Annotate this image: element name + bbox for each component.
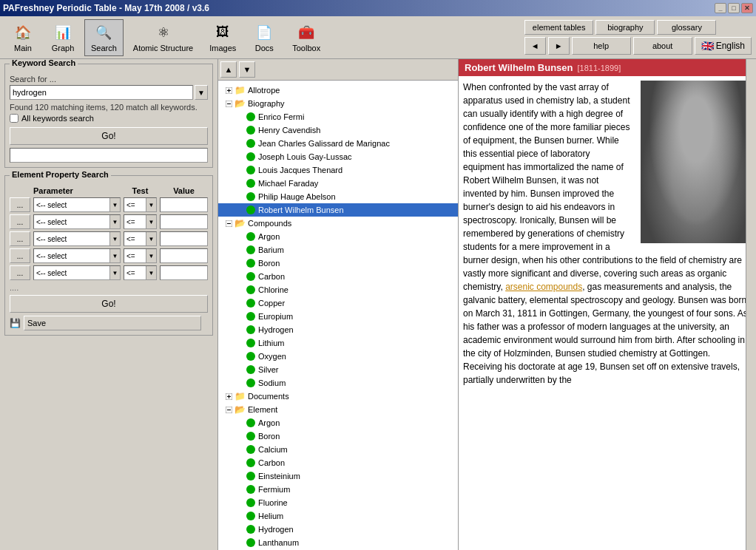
tree-up-button[interactable]: ▲ (220, 61, 237, 78)
tree-item[interactable]: Argon (218, 230, 458, 243)
tree-item[interactable]: Carbon (218, 456, 458, 469)
tree-item[interactable]: Einsteinium (218, 469, 458, 483)
toolbar-graph[interactable]: 📊 Graph (44, 19, 81, 56)
value-input-4[interactable] (160, 248, 208, 263)
tree-item[interactable]: Louis Jacques Thenard (218, 163, 458, 177)
toolbar-atomic[interactable]: ⚛ Atomic Structure (126, 19, 200, 56)
window-controls[interactable]: _ □ ✕ (715, 3, 753, 13)
glossary-button[interactable]: glossary (657, 20, 716, 35)
forward-button[interactable]: ► (548, 37, 570, 55)
tree-item[interactable]: 📁Allotrope (218, 84, 458, 97)
tree-container[interactable]: 📁Allotrope📂BiographyEnrico FermiHenry Ca… (218, 81, 458, 550)
tree-item[interactable]: Michael Faraday (218, 177, 458, 190)
tree-item[interactable]: 📂Compounds (218, 217, 458, 230)
all-keywords-checkbox[interactable] (10, 114, 18, 123)
test-arrow-3[interactable]: ▼ (146, 232, 156, 245)
tree-item[interactable]: 📂Biography (218, 97, 458, 110)
prop-select-2[interactable]: <-- select ▼ (33, 214, 121, 229)
prop-select-1[interactable]: <-- select ▼ (33, 197, 121, 212)
prop-dots-4[interactable]: ... (10, 248, 30, 263)
close-button[interactable]: ✕ (741, 3, 753, 13)
help-button[interactable]: help (572, 37, 631, 55)
test-select-2[interactable]: <= ▼ (124, 214, 157, 229)
prop-dropdown-arrow-5[interactable]: ▼ (109, 266, 120, 279)
tree-item[interactable]: Joseph Louis Gay-Lussac (218, 150, 458, 163)
test-select-4[interactable]: <= ▼ (124, 248, 157, 263)
tree-item[interactable]: Lanthanum (218, 536, 458, 549)
tree-item[interactable]: Lithium (218, 336, 458, 350)
right-scrollbar[interactable] (746, 59, 756, 550)
tree-item[interactable]: Hydrogen (218, 523, 458, 536)
test-arrow-1[interactable]: ▼ (146, 198, 156, 211)
prop-dots-3[interactable]: ... (10, 231, 30, 246)
tree-item[interactable]: Argon (218, 416, 458, 430)
save-button[interactable]: Save (24, 316, 201, 330)
tree-item[interactable]: Henry Cavendish (218, 123, 458, 137)
tree-item[interactable]: Boron (218, 257, 458, 270)
graph-icon: 📊 (53, 23, 73, 42)
prop-select-5[interactable]: <-- select ▼ (33, 265, 121, 280)
tree-item[interactable]: Hydrogen (218, 323, 458, 336)
toolbar-main[interactable]: 🏠 Main (4, 19, 41, 56)
tree-item[interactable]: Oxygen (218, 350, 458, 363)
test-select-3[interactable]: <= ▼ (124, 231, 157, 246)
tree-item[interactable]: Philip Hauge Abelson (218, 190, 458, 203)
tree-item-label: Argon (258, 418, 280, 427)
value-input-1[interactable] (160, 197, 208, 212)
toolbar-toolbox[interactable]: 🧰 Toolbox (286, 19, 327, 56)
tree-down-button[interactable]: ▼ (239, 61, 255, 78)
prop-dropdown-arrow-2[interactable]: ▼ (109, 215, 120, 228)
prop-dots-1[interactable]: ... (10, 197, 30, 212)
tree-item[interactable]: Enrico Fermi (218, 110, 458, 123)
tree-item[interactable]: Barium (218, 243, 458, 257)
prop-dots-2[interactable]: ... (10, 214, 30, 229)
keyword-go-button[interactable]: Go! (10, 127, 208, 145)
tree-item[interactable]: Carbon (218, 270, 458, 283)
test-arrow-4[interactable]: ▼ (146, 249, 156, 262)
item-icon (246, 512, 255, 520)
tree-item[interactable]: Helium (218, 509, 458, 523)
prop-dots-5[interactable]: ... (10, 265, 30, 280)
about-button[interactable]: about (633, 37, 692, 55)
keyword-search-box2[interactable] (10, 148, 208, 163)
tree-item[interactable]: Calcium (218, 443, 458, 456)
biography-button[interactable]: biography (595, 20, 655, 35)
tree-item[interactable]: Fermium (218, 483, 458, 496)
tree-item[interactable]: Chlorine (218, 283, 458, 296)
prop-dropdown-arrow-4[interactable]: ▼ (109, 249, 120, 262)
arsenic-compounds-link[interactable]: arsenic compounds (505, 282, 582, 292)
tree-item[interactable]: Europium (218, 310, 458, 323)
test-select-5[interactable]: <= ▼ (124, 265, 157, 280)
value-input-5[interactable] (160, 265, 208, 280)
tree-item[interactable]: Fluorine (218, 496, 458, 509)
tree-item[interactable]: Boron (218, 430, 458, 443)
prop-dropdown-arrow-1[interactable]: ▼ (109, 198, 120, 211)
value-input-3[interactable] (160, 231, 208, 246)
value-input-2[interactable] (160, 214, 208, 229)
tree-item[interactable]: Silver (218, 363, 458, 376)
toolbar-search[interactable]: 🔍 Search (84, 19, 124, 56)
tree-item[interactable]: Sodium (218, 376, 458, 390)
test-select-1[interactable]: <= ▼ (124, 197, 157, 212)
tree-item[interactable]: Jean Charles Galissard de Marignac (218, 137, 458, 150)
element-tables-button[interactable]: element tables (524, 20, 594, 35)
tree-item[interactable]: Copper (218, 296, 458, 310)
test-arrow-2[interactable]: ▼ (146, 215, 156, 228)
prop-select-3[interactable]: <-- select ▼ (33, 231, 121, 246)
search-input[interactable] (10, 85, 193, 100)
tree-item-label: Einsteinium (258, 472, 300, 481)
prop-dropdown-arrow-3[interactable]: ▼ (109, 232, 120, 245)
language-button[interactable]: 🇬🇧 English (695, 37, 752, 55)
toolbar-docs[interactable]: 📄 Docs (246, 19, 283, 56)
back-button[interactable]: ◄ (524, 37, 546, 55)
maximize-button[interactable]: □ (728, 3, 740, 13)
search-dropdown-button[interactable]: ▼ (195, 85, 208, 100)
property-go-button[interactable]: Go! (10, 295, 208, 313)
tree-item[interactable]: 📂Element (218, 403, 458, 416)
test-arrow-5[interactable]: ▼ (146, 266, 156, 279)
tree-item[interactable]: Robert Wilhelm Bunsen (218, 203, 458, 217)
prop-select-4[interactable]: <-- select ▼ (33, 248, 121, 263)
minimize-button[interactable]: _ (715, 3, 726, 13)
toolbar-images[interactable]: 🖼 Images (203, 19, 243, 56)
tree-item[interactable]: 📁Documents (218, 390, 458, 403)
